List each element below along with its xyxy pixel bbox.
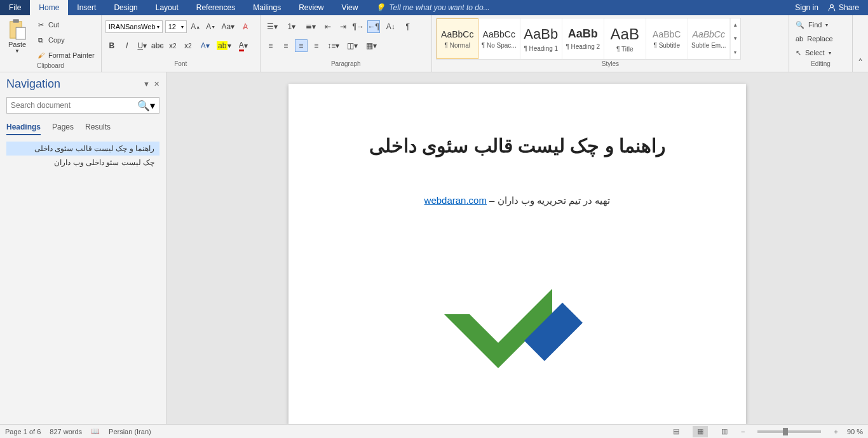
svg-point-0 (831, 4, 834, 8)
tell-me-placeholder: Tell me what you want to do... (389, 3, 489, 12)
zoom-level[interactable]: 90 % (847, 428, 863, 435)
navpane-dropdown[interactable]: ▼ (143, 80, 150, 88)
nav-tab-headings[interactable]: Headings (6, 123, 41, 135)
gallery-row-down[interactable]: ▼ (731, 32, 740, 45)
zoom-slider-thumb[interactable] (783, 428, 788, 435)
nav-tab-pages[interactable]: Pages (52, 123, 74, 135)
tab-layout[interactable]: Layout (147, 0, 187, 15)
borders-button[interactable]: ▦▾ (363, 39, 380, 52)
increase-indent-button[interactable]: ⇥ (337, 20, 349, 33)
italic-button[interactable]: I (121, 39, 133, 52)
shading-button[interactable]: ◫▾ (344, 39, 361, 52)
tab-review[interactable]: Review (290, 0, 332, 15)
print-layout-button[interactable]: ▦ (693, 426, 708, 437)
change-case-button[interactable]: Aa▾ (220, 20, 236, 33)
paste-button[interactable]: Paste ▼ (4, 18, 31, 54)
share-button[interactable]: Share (827, 3, 859, 12)
bold-button[interactable]: B (105, 39, 118, 52)
group-paragraph: ☰▾ 1▾ ≣▾ ⇤ ⇥ ¶→ ←¶ A↓ ¶ ≡ ≡ ≡ ≡ ↕≡▾ ◫▾ ▦… (261, 15, 432, 72)
tab-insert[interactable]: Insert (68, 0, 105, 15)
bullets-button[interactable]: ☰▾ (264, 20, 281, 33)
zoom-in-button[interactable]: + (834, 428, 837, 435)
grow-font-button[interactable]: A▲ (189, 20, 202, 33)
group-styles: AaBbCc¶ Normal AaBbCc¶ No Spac... AaBb¶ … (432, 15, 789, 72)
styles-gallery-more: ▲ ▼ ▾ (730, 18, 740, 59)
zoom-out-button[interactable]: − (741, 428, 745, 435)
tab-mailings[interactable]: Mailings (244, 0, 290, 15)
nav-search-input[interactable] (11, 101, 137, 110)
group-font: IRANSansWeb▾ 12▾ A▲ A▼ Aa▾ A̷ B I U▾ abc… (102, 15, 261, 72)
gallery-row-up[interactable]: ▲ (731, 18, 740, 32)
svg-rect-3 (16, 27, 25, 39)
superscript-button[interactable]: x2 (182, 39, 194, 52)
align-right-button[interactable]: ≡ (295, 39, 308, 52)
decrease-indent-button[interactable]: ⇤ (322, 20, 334, 33)
line-spacing-button[interactable]: ↕≡▾ (325, 39, 342, 52)
numbering-button[interactable]: 1▾ (283, 20, 300, 33)
group-label-styles: Styles (436, 60, 785, 72)
status-words[interactable]: 827 words (50, 428, 82, 435)
justify-button[interactable]: ≡ (310, 39, 323, 52)
tab-design[interactable]: Design (105, 0, 146, 15)
lightbulb-icon: 💡 (376, 3, 385, 12)
tab-references[interactable]: References (187, 0, 244, 15)
font-color-button[interactable]: A▾ (235, 39, 252, 52)
style-normal[interactable]: AaBbCc¶ Normal (437, 18, 478, 59)
collapse-ribbon-button[interactable]: ˄ (853, 15, 868, 72)
style-title[interactable]: AaB¶ Title (604, 18, 646, 59)
sign-in-link[interactable]: Sign in (795, 3, 818, 12)
copy-button[interactable]: ⧉Copy (33, 33, 97, 47)
replace-button[interactable]: abReplace (793, 32, 836, 46)
nav-heading-item[interactable]: راهنما و چک لیست قالب سئوی داخلی (6, 142, 159, 156)
ltr-button[interactable]: ¶→ (352, 20, 365, 33)
find-button[interactable]: 🔍Find▾ (793, 18, 831, 32)
status-page[interactable]: Page 1 of 6 (5, 428, 41, 435)
rtl-button[interactable]: ←¶ (367, 20, 380, 33)
select-button[interactable]: ↖Select▾ (793, 46, 834, 60)
spellcheck-icon[interactable]: 📖 (91, 427, 100, 435)
search-icon[interactable]: 🔍▾ (137, 100, 155, 112)
status-language[interactable]: Persian (Iran) (109, 428, 151, 435)
document-area[interactable]: راهنما و چک لیست قالب سئوی داخلی تهیه در… (166, 72, 868, 424)
tab-file[interactable]: File (0, 0, 30, 15)
text-effects-button[interactable]: A▾ (197, 39, 214, 52)
clear-formatting-button[interactable]: A̷ (239, 20, 252, 33)
style-subtitle[interactable]: AaBbC¶ Subtitle (646, 18, 688, 59)
document-title: راهنما و چک لیست قالب سئوی داخلی (327, 135, 708, 157)
group-clipboard: Paste ▼ ✂Cut ⧉Copy 🖌Format Painter Clipb… (0, 15, 102, 72)
webdaran-link[interactable]: webdaran.com (424, 195, 487, 206)
document-page[interactable]: راهنما و چک لیست قالب سئوی داخلی تهیه در… (288, 84, 746, 424)
nav-search-box[interactable]: 🔍▾ (6, 97, 159, 114)
highlight-button[interactable]: ab▾ (216, 39, 233, 52)
style-heading1[interactable]: AaBb¶ Heading 1 (520, 18, 562, 59)
font-name-combo[interactable]: IRANSansWeb▾ (105, 20, 163, 33)
tell-me-search[interactable]: 💡 Tell me what you want to do... (367, 0, 498, 15)
nav-heading-item[interactable]: چک لیست سئو داخلی وب داران (6, 156, 159, 169)
navpane-close[interactable]: ✕ (154, 80, 159, 88)
align-left-button[interactable]: ≡ (264, 39, 277, 52)
gallery-expand[interactable]: ▾ (731, 46, 740, 59)
sort-button[interactable]: A↓ (383, 20, 399, 33)
group-editing: 🔍Find▾ abReplace ↖Select▾ Editing (789, 15, 853, 72)
style-no-spacing[interactable]: AaBbCc¶ No Spac... (478, 18, 520, 59)
group-label-editing: Editing (793, 60, 848, 72)
shrink-font-button[interactable]: A▼ (205, 20, 217, 33)
multilevel-button[interactable]: ≣▾ (302, 20, 319, 33)
nav-tab-results[interactable]: Results (85, 123, 111, 135)
web-layout-button[interactable]: ▥ (717, 426, 732, 437)
strikethrough-button[interactable]: abc (151, 39, 164, 52)
tab-home[interactable]: Home (30, 0, 68, 15)
cut-button[interactable]: ✂Cut (33, 18, 97, 32)
read-mode-button[interactable]: ▤ (668, 426, 684, 437)
subscript-button[interactable]: x2 (166, 39, 179, 52)
font-size-combo[interactable]: 12▾ (165, 20, 187, 33)
style-heading2[interactable]: AaBb¶ Heading 2 (562, 18, 604, 59)
tab-view[interactable]: View (333, 0, 367, 15)
underline-button[interactable]: U▾ (136, 39, 149, 52)
align-center-button[interactable]: ≡ (280, 39, 292, 52)
zoom-slider[interactable] (757, 430, 821, 433)
format-painter-button[interactable]: 🖌Format Painter (33, 48, 97, 62)
style-subtle-em[interactable]: AaBbCcSubtle Em... (688, 18, 730, 59)
replace-icon: ab (796, 35, 803, 43)
show-marks-button[interactable]: ¶ (402, 20, 414, 33)
